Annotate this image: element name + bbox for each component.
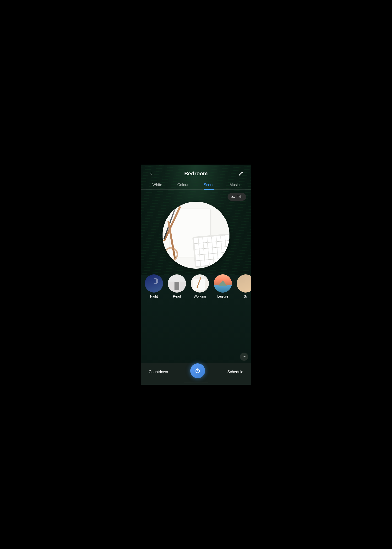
key (225, 235, 230, 240)
key (226, 246, 230, 252)
sliders-icon (231, 195, 235, 199)
power-icon (195, 368, 201, 374)
tab-bar: White Colour Scene Music (141, 181, 251, 190)
svg-point-3 (233, 197, 234, 198)
key (199, 243, 203, 249)
scene-item-night[interactable]: Night (145, 274, 163, 298)
scene-selector-row: Night Read Working (141, 269, 251, 302)
key (194, 243, 199, 249)
key (217, 241, 221, 247)
tab-scene[interactable]: Scene (204, 183, 214, 189)
key (207, 237, 212, 242)
key (209, 259, 214, 265)
key (213, 253, 218, 259)
pencil-icon (238, 171, 243, 176)
pencil-edit-button[interactable] (237, 169, 245, 178)
key (204, 254, 209, 260)
scene-label-read: Read (173, 294, 181, 298)
schedule-button[interactable]: Schedule (225, 368, 245, 376)
scene-thumb-read (168, 274, 186, 292)
leisure-water (214, 285, 232, 292)
scene-item-leisure[interactable]: Leisure (214, 274, 232, 298)
key (209, 254, 213, 259)
key (195, 255, 200, 260)
key (221, 241, 226, 247)
key (208, 242, 212, 248)
collapse-button[interactable] (240, 353, 248, 361)
phone-container: ‹ Bedroom White Colour Scene Music Edit (141, 164, 251, 385)
key (200, 255, 204, 260)
key (194, 238, 198, 243)
scene-label-working: Working (194, 294, 206, 298)
key (203, 242, 208, 248)
power-button[interactable] (190, 363, 205, 378)
key (212, 242, 217, 247)
key (222, 253, 227, 258)
key (223, 258, 227, 264)
key (199, 249, 204, 254)
key (216, 236, 221, 241)
back-button[interactable]: ‹ (147, 169, 155, 178)
edit-label: Edit (237, 195, 242, 199)
key (221, 235, 225, 241)
edit-scene-button[interactable]: Edit (228, 193, 246, 201)
scene-thumb-leisure (214, 274, 232, 292)
key (226, 241, 230, 246)
scene-thumb-sc (237, 274, 251, 292)
scene-area: Edit (141, 190, 251, 302)
key (204, 248, 208, 254)
key (205, 260, 209, 265)
keyboard-body (192, 234, 230, 268)
header: ‹ Bedroom (141, 164, 251, 181)
key (214, 259, 218, 264)
key (227, 258, 230, 263)
moon-icon (152, 279, 156, 284)
tab-colour[interactable]: Colour (177, 183, 189, 189)
key (217, 247, 222, 253)
key (218, 253, 222, 258)
key (212, 236, 216, 242)
countdown-button[interactable]: Countdown (147, 368, 170, 376)
key (208, 248, 213, 254)
tab-white[interactable]: White (153, 183, 162, 189)
scene-item-read[interactable]: Read (168, 274, 186, 298)
scene-item-working[interactable]: Working (191, 274, 209, 298)
glasses-ring (164, 247, 178, 262)
key (195, 249, 199, 255)
key (203, 237, 207, 242)
scene-thumb-night (145, 274, 163, 292)
key (218, 259, 223, 264)
key (227, 252, 230, 258)
tab-music[interactable]: Music (230, 183, 240, 189)
scene-main-circle[interactable] (162, 202, 230, 269)
read-figure (175, 282, 179, 290)
scene-item-sc[interactable]: Sc (237, 274, 251, 298)
key (213, 248, 217, 253)
page-title: Bedroom (184, 171, 208, 177)
scene-label-night: Night (150, 294, 158, 298)
key (222, 247, 226, 252)
svg-point-1 (232, 196, 233, 196)
key (200, 260, 205, 266)
scene-label-leisure: Leisure (217, 294, 228, 298)
keyboard-simulation (192, 234, 230, 268)
scene-label-sc: Sc (244, 294, 248, 298)
key (198, 237, 203, 243)
collapse-icon (242, 355, 246, 359)
leisure-mountain (218, 280, 227, 286)
bottom-bar: Countdown Schedule (141, 363, 251, 385)
scene-thumb-working (191, 274, 209, 292)
scene-circle-inner (162, 202, 230, 269)
key (196, 261, 201, 266)
